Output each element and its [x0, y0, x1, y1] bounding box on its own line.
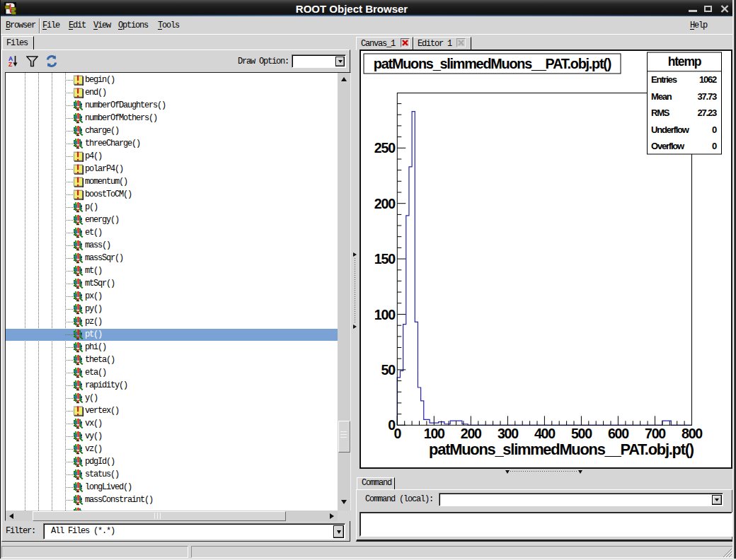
- svg-text:0: 0: [393, 426, 401, 441]
- svg-text:100: 100: [374, 307, 396, 322]
- svg-text:200: 200: [374, 196, 396, 211]
- svg-text:100: 100: [424, 426, 445, 441]
- svg-text:400: 400: [534, 426, 556, 441]
- svg-text:Entries: Entries: [651, 74, 677, 85]
- svg-text:27.23: 27.23: [697, 107, 717, 118]
- svg-text:0: 0: [712, 141, 717, 151]
- svg-text:Underflow: Underflow: [651, 124, 690, 135]
- svg-text:300: 300: [498, 426, 519, 441]
- svg-text:200: 200: [461, 426, 482, 441]
- svg-text:150: 150: [374, 251, 396, 267]
- svg-text:1062: 1062: [699, 74, 717, 85]
- svg-text:50: 50: [381, 362, 396, 378]
- svg-text:500: 500: [571, 426, 592, 441]
- svg-text:600: 600: [608, 426, 629, 441]
- svg-text:RMS: RMS: [651, 107, 670, 118]
- svg-text:800: 800: [682, 426, 703, 441]
- svg-text:700: 700: [645, 426, 666, 441]
- svg-text:patMuons_slimmedMuons__PAT.obj: patMuons_slimmedMuons__PAT.obj.pt(): [429, 441, 694, 458]
- svg-text:Overflow: Overflow: [651, 141, 685, 151]
- svg-text:patMuons_slimmedMuons__PAT.obj: patMuons_slimmedMuons__PAT.obj.pt(): [374, 56, 611, 71]
- svg-text:Mean: Mean: [651, 91, 672, 102]
- svg-text:37.73: 37.73: [697, 91, 717, 102]
- svg-text:0: 0: [712, 124, 717, 135]
- svg-text:250: 250: [374, 140, 396, 156]
- svg-text:htemp: htemp: [668, 54, 701, 69]
